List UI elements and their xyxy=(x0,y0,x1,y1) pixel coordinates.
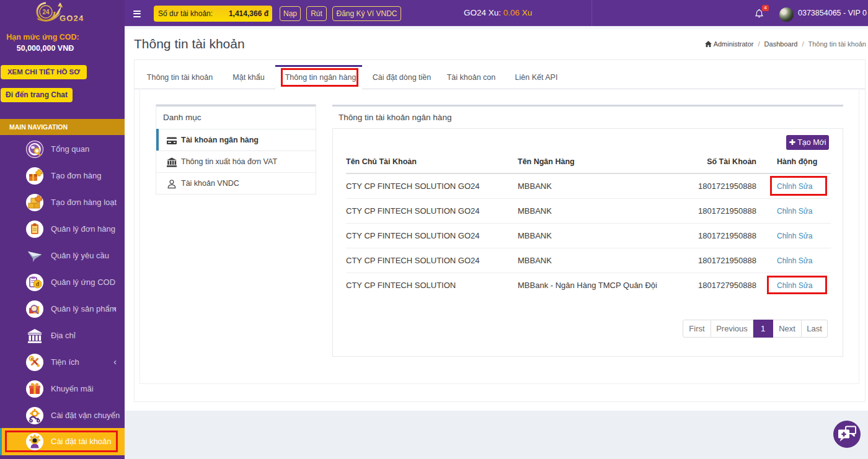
svg-text:24: 24 xyxy=(42,9,50,15)
svg-text:GO24: GO24 xyxy=(60,14,84,23)
svg-text:đ: đ xyxy=(36,281,40,287)
